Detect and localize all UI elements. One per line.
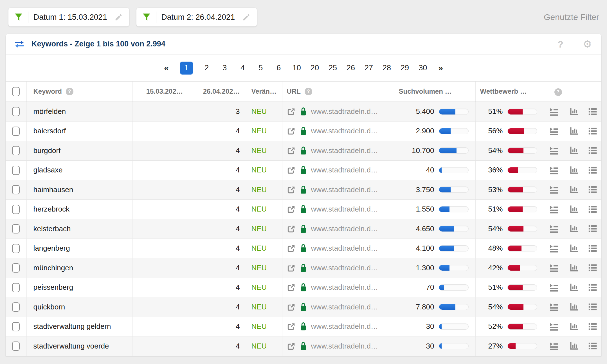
- pagination-page-3[interactable]: 3: [221, 64, 229, 72]
- keyword-cell[interactable]: kelsterbach: [33, 224, 71, 233]
- edit-pencil-icon[interactable]: [242, 13, 251, 21]
- serp-snippet-icon[interactable]: [549, 322, 559, 331]
- url-help-icon[interactable]: ?: [305, 88, 312, 95]
- row-checkbox[interactable]: [12, 263, 20, 273]
- row-checkbox[interactable]: [12, 283, 20, 292]
- serp-snippet-icon[interactable]: [549, 244, 559, 253]
- column-header-volume[interactable]: Suchvolumen …: [399, 87, 452, 95]
- pagination-page-1[interactable]: 1: [180, 62, 193, 75]
- column-header-keyword[interactable]: Keyword: [33, 87, 62, 95]
- external-link-icon[interactable]: [287, 244, 296, 253]
- column-header-date2[interactable]: 26.04.202…: [203, 87, 240, 95]
- keyword-chart-icon[interactable]: [569, 224, 579, 233]
- keyword-chart-icon[interactable]: [569, 322, 579, 331]
- pagination-page-27[interactable]: 27: [365, 64, 373, 72]
- url-cell[interactable]: www.stadtradeln.d…: [311, 322, 378, 331]
- panel-help-icon[interactable]: ?: [557, 39, 563, 49]
- select-all-checkbox[interactable]: [12, 87, 20, 96]
- keyword-chart-icon[interactable]: [569, 205, 579, 214]
- keyword-cell[interactable]: peissenberg: [33, 283, 73, 291]
- pagination-page-4[interactable]: 4: [239, 64, 247, 72]
- keyword-cell[interactable]: herzebrock: [33, 205, 70, 213]
- actions-help-icon[interactable]: ?: [554, 88, 562, 96]
- row-checkbox[interactable]: [12, 185, 20, 194]
- external-link-icon[interactable]: [287, 264, 296, 272]
- url-cell[interactable]: www.stadtradeln.d…: [311, 342, 378, 350]
- url-cell[interactable]: www.stadtradeln.d…: [311, 205, 378, 214]
- url-cell[interactable]: www.stadtradeln.d…: [311, 244, 378, 253]
- keyword-cell[interactable]: langenberg: [33, 244, 70, 252]
- pagination-page-29[interactable]: 29: [401, 64, 409, 72]
- external-link-icon[interactable]: [287, 146, 296, 155]
- column-header-competition[interactable]: Wettbewerb …: [480, 87, 527, 95]
- external-link-icon[interactable]: [287, 107, 296, 116]
- pagination-page-25[interactable]: 25: [329, 64, 337, 72]
- pagination-page-28[interactable]: 28: [383, 64, 391, 72]
- external-link-icon[interactable]: [287, 205, 296, 214]
- keyword-list-icon[interactable]: [588, 283, 598, 292]
- serp-snippet-icon[interactable]: [549, 146, 559, 155]
- keyword-chart-icon[interactable]: [569, 302, 579, 312]
- pagination-page-5[interactable]: 5: [257, 64, 265, 72]
- keyword-list-icon[interactable]: [588, 244, 598, 253]
- serp-snippet-icon[interactable]: [549, 224, 559, 233]
- serp-snippet-icon[interactable]: [549, 263, 559, 273]
- row-checkbox[interactable]: [12, 244, 20, 253]
- row-checkbox[interactable]: [12, 302, 20, 312]
- keyword-list-icon[interactable]: [588, 205, 598, 214]
- keyword-chart-icon[interactable]: [569, 146, 579, 155]
- serp-snippet-icon[interactable]: [549, 283, 559, 292]
- pagination-page-10[interactable]: 10: [293, 64, 301, 72]
- url-cell[interactable]: www.stadtradeln.d…: [311, 127, 378, 135]
- keyword-list-icon[interactable]: [588, 302, 598, 312]
- keyword-list-icon[interactable]: [588, 107, 598, 116]
- filter-chip-date1[interactable]: Datum 1: 15.03.2021: [8, 8, 129, 26]
- pagination-prev-button[interactable]: «: [162, 63, 170, 73]
- keyword-cell[interactable]: stadtverwaltung voerde: [33, 342, 109, 350]
- column-header-date1[interactable]: 15.03.202…: [146, 87, 183, 95]
- keyword-cell[interactable]: gladsaxe: [33, 166, 63, 174]
- external-link-icon[interactable]: [287, 166, 296, 174]
- url-cell[interactable]: www.stadtradeln.d…: [311, 224, 378, 233]
- keyword-chart-icon[interactable]: [569, 185, 579, 194]
- external-link-icon[interactable]: [287, 283, 296, 292]
- external-link-icon[interactable]: [287, 342, 296, 350]
- url-cell[interactable]: www.stadtradeln.d…: [311, 283, 378, 292]
- keyword-chart-icon[interactable]: [569, 283, 579, 292]
- url-cell[interactable]: www.stadtradeln.d…: [311, 166, 378, 174]
- keyword-cell[interactable]: quickborn: [33, 303, 65, 311]
- serp-snippet-icon[interactable]: [549, 185, 559, 194]
- serp-snippet-icon[interactable]: [549, 205, 559, 214]
- keyword-list-icon[interactable]: [588, 146, 598, 155]
- url-cell[interactable]: www.stadtradeln.d…: [311, 264, 378, 272]
- row-checkbox[interactable]: [12, 127, 20, 136]
- keyword-cell[interactable]: stadtverwaltung geldern: [33, 322, 111, 331]
- external-link-icon[interactable]: [287, 303, 296, 311]
- url-cell[interactable]: www.stadtradeln.d…: [311, 185, 378, 194]
- keyword-cell[interactable]: baiersdorf: [33, 127, 66, 135]
- keyword-list-icon[interactable]: [588, 185, 598, 194]
- pagination-page-6[interactable]: 6: [275, 64, 283, 72]
- edit-pencil-icon[interactable]: [114, 13, 123, 21]
- serp-snippet-icon[interactable]: [549, 126, 559, 136]
- serp-snippet-icon[interactable]: [549, 165, 559, 175]
- serp-snippet-icon[interactable]: [549, 341, 559, 351]
- serp-snippet-icon[interactable]: [549, 107, 559, 116]
- column-header-change[interactable]: Verän…: [251, 87, 276, 95]
- external-link-icon[interactable]: [287, 185, 296, 194]
- pagination-page-2[interactable]: 2: [203, 64, 211, 72]
- settings-gear-icon[interactable]: ⚙: [583, 39, 592, 49]
- row-checkbox[interactable]: [12, 224, 20, 233]
- row-checkbox[interactable]: [12, 205, 20, 214]
- row-checkbox[interactable]: [12, 146, 20, 155]
- keyword-help-icon[interactable]: ?: [66, 88, 73, 95]
- serp-snippet-icon[interactable]: [549, 302, 559, 312]
- pagination-page-26[interactable]: 26: [347, 64, 355, 72]
- keyword-cell[interactable]: burgdorf: [33, 146, 61, 155]
- row-checkbox[interactable]: [12, 107, 20, 116]
- pagination-page-20[interactable]: 20: [311, 64, 319, 72]
- keyword-list-icon[interactable]: [588, 341, 598, 351]
- keyword-list-icon[interactable]: [588, 126, 598, 136]
- keyword-list-icon[interactable]: [588, 165, 598, 175]
- column-header-url[interactable]: URL: [287, 87, 301, 95]
